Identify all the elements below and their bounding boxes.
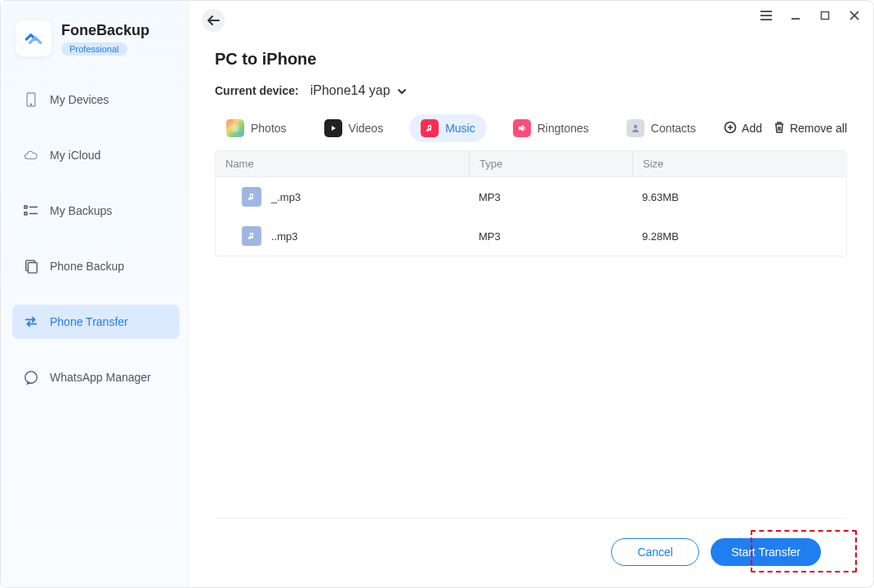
sidebar-item-label: Phone Transfer <box>50 315 128 328</box>
sidebar-item-my-backups[interactable]: My Backups <box>12 194 180 228</box>
tab-label: Contacts <box>651 122 696 135</box>
tab-photos[interactable]: Photos <box>215 114 298 142</box>
svg-point-1 <box>30 104 32 105</box>
tab-contacts[interactable]: Contacts <box>615 114 707 142</box>
photos-icon <box>226 119 244 137</box>
current-device-label: Current device: <box>215 84 299 97</box>
videos-icon <box>324 119 342 137</box>
sidebar-item-phone-transfer[interactable]: Phone Transfer <box>12 305 180 339</box>
audio-file-icon <box>242 187 261 207</box>
sidebar: FoneBackup Professional My Devices My iC… <box>1 1 189 587</box>
brand: FoneBackup Professional <box>9 16 180 68</box>
tab-ringtones[interactable]: Ringtones <box>502 114 600 142</box>
backup-icon <box>24 259 38 274</box>
sidebar-item-my-devices[interactable]: My Devices <box>12 82 180 117</box>
phone-icon <box>24 92 38 107</box>
table-row[interactable]: ..mp3 MP3 9.28MB <box>216 216 846 256</box>
file-size: 9.28MB <box>632 224 846 249</box>
tab-label: Ringtones <box>537 122 589 135</box>
svg-point-17 <box>634 125 637 128</box>
svg-point-16 <box>231 124 239 132</box>
sidebar-item-my-icloud[interactable]: My iCloud <box>12 138 180 172</box>
menu-icon[interactable] <box>759 8 774 23</box>
tab-label: Videos <box>349 122 384 135</box>
minimize-button[interactable] <box>788 8 803 23</box>
col-header-type[interactable]: Type <box>469 151 632 176</box>
brand-tier-badge: Professional <box>61 42 127 56</box>
brand-name: FoneBackup <box>61 22 149 39</box>
chevron-down-icon <box>397 83 407 98</box>
app-logo <box>16 20 51 56</box>
add-label: Add <box>742 122 762 135</box>
tab-music[interactable]: Music <box>409 114 487 142</box>
file-size: 9.63MB <box>632 185 846 210</box>
ringtones-icon <box>513 119 531 137</box>
sidebar-item-label: My Devices <box>50 93 109 106</box>
svg-point-8 <box>25 372 37 383</box>
device-row: Current device: iPhone14 yap <box>215 83 847 98</box>
titlebar <box>189 1 873 30</box>
file-name: ..mp3 <box>271 230 298 243</box>
file-type: MP3 <box>469 224 632 249</box>
col-header-size[interactable]: Size <box>632 151 846 176</box>
svg-rect-13 <box>822 12 829 20</box>
file-type: MP3 <box>469 185 632 210</box>
sidebar-item-label: My iCloud <box>50 149 100 162</box>
current-device-name: iPhone14 yap <box>310 83 390 98</box>
audio-file-icon <box>242 226 261 246</box>
maximize-button[interactable] <box>818 8 832 23</box>
category-toolbar: Photos Videos Music <box>215 114 847 142</box>
svg-rect-2 <box>25 206 27 208</box>
back-button[interactable] <box>202 9 225 32</box>
music-icon <box>421 119 439 137</box>
col-header-name[interactable]: Name <box>216 151 469 176</box>
sidebar-item-phone-backup[interactable]: Phone Backup <box>12 249 180 283</box>
file-table: Name Type Size _.mp3 <box>215 150 847 256</box>
tab-label: Music <box>445 122 475 135</box>
table-row[interactable]: _.mp3 MP3 9.63MB <box>216 177 846 216</box>
sidebar-nav: My Devices My iCloud My Backups Phone Ba… <box>9 82 180 394</box>
file-name: _.mp3 <box>271 191 301 203</box>
main-panel: PC to iPhone Current device: iPhone14 ya… <box>189 1 873 587</box>
cancel-button[interactable]: Cancel <box>611 538 699 566</box>
contacts-icon <box>627 119 644 137</box>
footer: Cancel Start Transfer <box>215 518 847 587</box>
sidebar-item-label: Phone Backup <box>50 260 124 273</box>
start-transfer-button[interactable]: Start Transfer <box>711 538 821 566</box>
tab-label: Photos <box>251 122 287 135</box>
sidebar-item-label: WhatsApp Manager <box>50 371 151 384</box>
svg-rect-3 <box>25 212 27 215</box>
chat-icon <box>24 370 38 385</box>
sidebar-item-label: My Backups <box>50 204 112 217</box>
close-button[interactable] <box>847 8 862 23</box>
trash-icon <box>774 121 785 136</box>
sidebar-item-whatsapp-manager[interactable]: WhatsApp Manager <box>12 360 180 394</box>
table-header: Name Type Size <box>216 151 846 177</box>
transfer-icon <box>24 314 38 329</box>
remove-all-label: Remove all <box>790 122 847 135</box>
remove-all-button[interactable]: Remove all <box>774 121 847 136</box>
list-icon <box>24 203 38 218</box>
cloud-icon <box>24 148 38 163</box>
svg-rect-7 <box>28 263 37 274</box>
plus-circle-icon <box>724 121 737 136</box>
page-title: PC to iPhone <box>215 50 847 69</box>
tab-videos[interactable]: Videos <box>313 114 395 142</box>
device-select[interactable]: iPhone14 yap <box>310 83 407 98</box>
add-button[interactable]: Add <box>724 121 762 136</box>
